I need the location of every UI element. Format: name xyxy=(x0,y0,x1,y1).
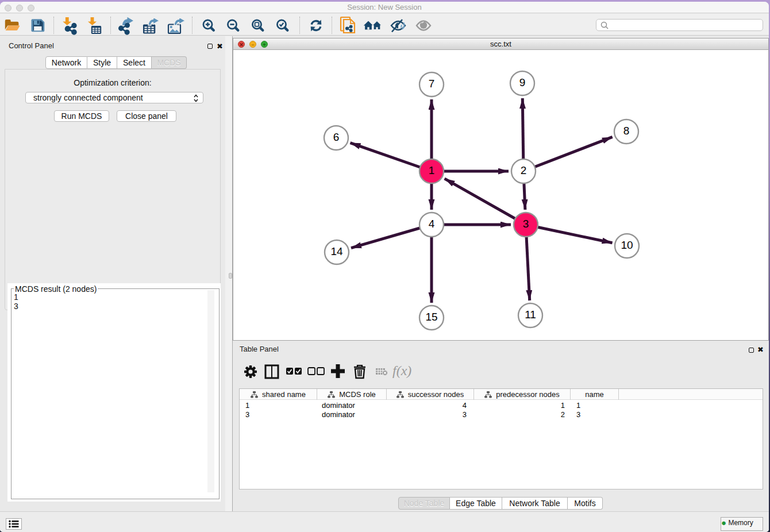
svg-text:f(x): f(x) xyxy=(392,363,411,378)
